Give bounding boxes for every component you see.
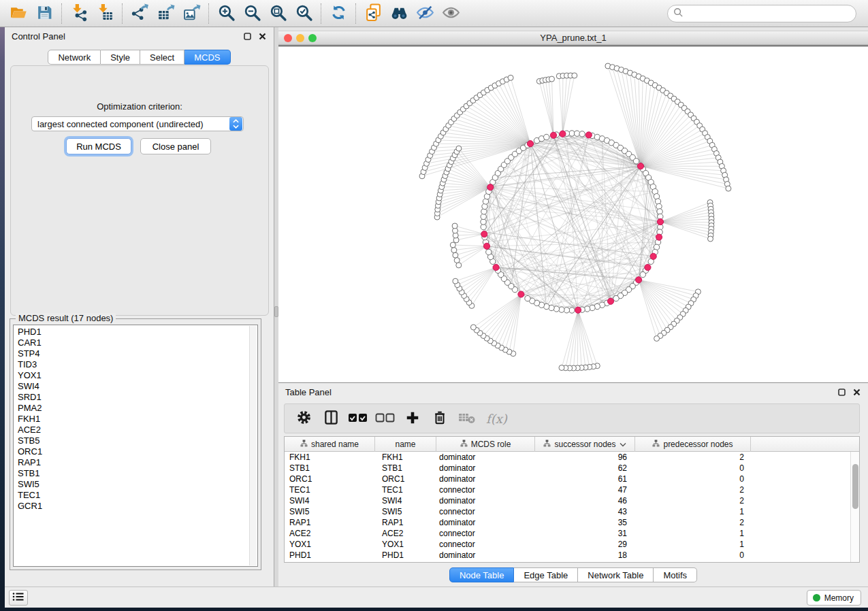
- cell-shared_name[interactable]: TEC1: [285, 485, 375, 495]
- table-tab-edge-table[interactable]: Edge Table: [514, 567, 578, 582]
- cell-shared_name[interactable]: PHD1: [285, 550, 375, 560]
- cell-mcds_role[interactable]: dominator: [436, 452, 535, 462]
- cell-predecessor_nodes[interactable]: 2: [635, 485, 751, 495]
- criterion-dropdown[interactable]: largest connected component (undirected): [31, 116, 244, 131]
- table-row[interactable]: ACE2ACE2connector311: [285, 528, 850, 539]
- delete-table-button[interactable]: [455, 406, 479, 431]
- cell-name[interactable]: RAP1: [375, 518, 436, 527]
- column-header-MCDS-role[interactable]: MCDS role: [436, 437, 535, 452]
- leaf-node[interactable]: [572, 73, 577, 78]
- cell-shared_name[interactable]: ORC1: [285, 474, 375, 484]
- mcds-node[interactable]: [483, 243, 489, 249]
- mcds-result-item[interactable]: GCR1: [18, 501, 257, 512]
- mcds-node[interactable]: [493, 264, 499, 270]
- column-header-successor-nodes[interactable]: successor nodes: [535, 437, 635, 452]
- mcds-result-item[interactable]: STB5: [18, 435, 257, 446]
- cell-name[interactable]: SWI5: [375, 507, 436, 516]
- mcds-result-item[interactable]: RAP1: [18, 457, 257, 468]
- memory-button[interactable]: Memory: [807, 590, 861, 606]
- table-panel-titlebar[interactable]: Table Panel: [278, 383, 868, 401]
- network-canvas[interactable]: [278, 46, 868, 382]
- cell-name[interactable]: SWI4: [375, 496, 436, 506]
- mcds-result-item[interactable]: STB1: [18, 468, 257, 479]
- cell-successor_nodes[interactable]: 31: [535, 529, 635, 538]
- mcds-result-item[interactable]: SWI5: [18, 479, 257, 490]
- column-header-name[interactable]: name: [375, 437, 436, 452]
- cell-predecessor_nodes[interactable]: 2: [635, 496, 751, 506]
- leaf-node[interactable]: [454, 258, 460, 263]
- mcds-node[interactable]: [550, 132, 556, 138]
- cell-shared_name[interactable]: SWI4: [285, 496, 375, 506]
- show-column-panel-button[interactable]: [319, 406, 343, 431]
- cell-shared_name[interactable]: SWI5: [285, 507, 375, 516]
- network-search-box[interactable]: [667, 5, 856, 22]
- cell-mcds_role[interactable]: connector: [436, 507, 535, 516]
- close-panel-icon[interactable]: [852, 387, 861, 397]
- table-row[interactable]: FKH1FKH1dominator962: [285, 452, 850, 463]
- mcds-list-scrollbar[interactable]: [249, 326, 257, 565]
- mcds-result-item[interactable]: FKH1: [18, 414, 257, 425]
- zoom-fit-button[interactable]: [265, 2, 291, 25]
- mcds-result-item[interactable]: TEC1: [18, 490, 257, 501]
- table-mode-button[interactable]: [291, 406, 316, 431]
- clone-network-button[interactable]: [360, 2, 386, 25]
- cell-mcds_role[interactable]: connector: [436, 540, 535, 549]
- mcds-result-item[interactable]: TID3: [18, 359, 257, 370]
- cell-predecessor_nodes[interactable]: 0: [635, 550, 751, 560]
- hide-selected-button[interactable]: [412, 2, 438, 25]
- leaf-node[interactable]: [549, 76, 555, 82]
- import-table-button[interactable]: [92, 2, 118, 25]
- mcds-node[interactable]: [656, 234, 662, 240]
- cell-shared_name[interactable]: RAP1: [285, 518, 375, 527]
- close-panel-button[interactable]: Close panel: [140, 138, 211, 154]
- leaf-node[interactable]: [708, 236, 713, 242]
- leaf-node[interactable]: [450, 242, 455, 248]
- refresh-view-button[interactable]: [325, 2, 351, 25]
- cell-name[interactable]: ACE2: [375, 529, 436, 538]
- cell-mcds_role[interactable]: connector: [436, 485, 535, 495]
- cell-mcds_role[interactable]: dominator: [436, 550, 535, 560]
- float-panel-icon[interactable]: [242, 31, 252, 41]
- table-tab-node-table[interactable]: Node Table: [449, 567, 515, 582]
- table-row[interactable]: TEC1TEC1connector472: [285, 484, 850, 495]
- table-tab-motifs[interactable]: Motifs: [654, 567, 697, 582]
- mcds-node[interactable]: [560, 131, 566, 137]
- cell-name[interactable]: FKH1: [375, 452, 436, 462]
- column-header-shared-name[interactable]: shared name: [285, 437, 375, 452]
- zoom-in-button[interactable]: [213, 2, 239, 25]
- mcds-node[interactable]: [657, 218, 663, 225]
- leaf-node[interactable]: [453, 278, 458, 284]
- close-panel-icon[interactable]: [257, 31, 267, 41]
- leaf-node[interactable]: [726, 186, 731, 191]
- cell-shared_name[interactable]: YOX1: [285, 540, 375, 549]
- cell-predecessor_nodes[interactable]: 0: [635, 474, 751, 484]
- cell-successor_nodes[interactable]: 29: [535, 540, 635, 549]
- mcds-node[interactable]: [527, 141, 533, 147]
- import-network-button[interactable]: [66, 2, 92, 25]
- tab-mcds[interactable]: MCDS: [184, 50, 230, 65]
- column-header-predecessor-nodes[interactable]: predecessor nodes: [635, 437, 751, 452]
- leaf-node[interactable]: [470, 325, 476, 330]
- zoom-out-button[interactable]: [239, 2, 265, 25]
- search-input[interactable]: [684, 9, 840, 18]
- leaf-node[interactable]: [456, 146, 462, 151]
- mcds-result-item[interactable]: SRD1: [18, 392, 257, 403]
- cell-name[interactable]: YOX1: [375, 540, 436, 549]
- run-mcds-button[interactable]: Run MCDS: [66, 138, 131, 154]
- deselect-all-button[interactable]: [373, 406, 398, 431]
- cell-name[interactable]: STB1: [375, 463, 436, 473]
- network-window-titlebar[interactable]: YPA_prune.txt_1: [278, 31, 868, 45]
- network-graph[interactable]: [278, 46, 868, 383]
- mcds-node[interactable]: [585, 132, 592, 138]
- control-panel-titlebar[interactable]: Control Panel: [5, 27, 274, 45]
- table-row[interactable]: SWI4SWI4dominator462: [285, 495, 850, 506]
- network-node[interactable]: [640, 271, 645, 277]
- cell-name[interactable]: TEC1: [375, 485, 436, 495]
- leaf-node[interactable]: [654, 336, 660, 342]
- network-node[interactable]: [486, 249, 492, 254]
- mcds-node[interactable]: [650, 253, 656, 259]
- tab-select[interactable]: Select: [140, 50, 184, 65]
- mcds-node[interactable]: [481, 231, 487, 237]
- function-builder-button[interactable]: f(x): [482, 406, 511, 431]
- cell-predecessor_nodes[interactable]: 1: [635, 507, 751, 516]
